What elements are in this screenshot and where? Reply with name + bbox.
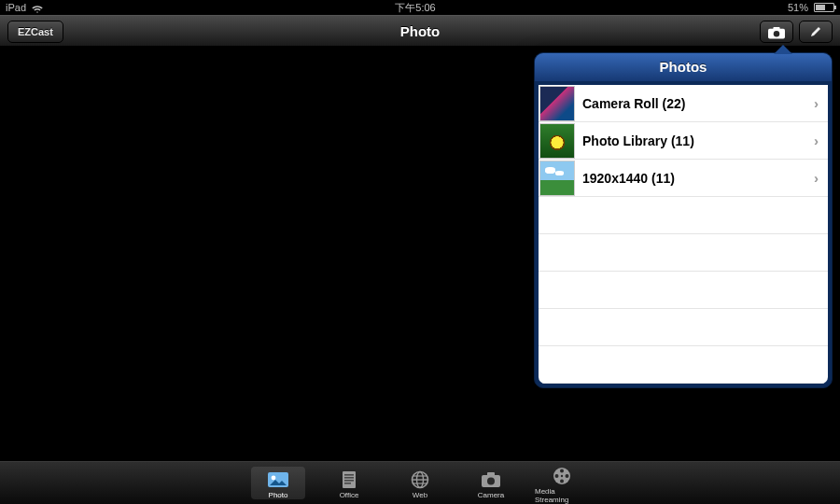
tab-label: Camera: [478, 491, 504, 499]
list-item: [539, 346, 828, 384]
page-title: Photo: [400, 23, 441, 39]
battery-icon: [814, 3, 834, 12]
chevron-right-icon: ›: [814, 95, 819, 111]
album-row-photo-library[interactable]: Photo Library (11) ›: [539, 122, 828, 160]
tab-photo[interactable]: Photo: [251, 467, 305, 499]
camera-button[interactable]: [760, 21, 793, 43]
svg-point-22: [566, 474, 569, 478]
list-item: [539, 272, 828, 309]
svg-point-20: [560, 479, 564, 483]
svg-point-17: [487, 478, 495, 485]
tab-media-streaming[interactable]: Media Streaming: [535, 463, 589, 504]
photos-popover: Photos Camera Roll (22) › Photo Library …: [534, 52, 833, 388]
tab-bar: Photo Office Web Camera Media Streaming: [0, 461, 840, 504]
svg-rect-1: [773, 27, 779, 31]
edit-button[interactable]: [799, 21, 833, 43]
svg-rect-9: [344, 483, 351, 484]
tab-label: Media Streaming: [535, 487, 589, 504]
document-icon: [338, 469, 360, 490]
album-thumb-icon: [539, 161, 575, 196]
wifi-icon: [32, 3, 43, 12]
camera-icon: [768, 26, 785, 38]
photo-icon: [267, 469, 289, 490]
album-thumb-icon: [539, 86, 575, 121]
svg-rect-6: [344, 474, 354, 476]
clock: 下午5:06: [395, 0, 435, 15]
tab-label: Office: [340, 491, 359, 499]
camera-icon: [480, 469, 502, 490]
battery-percent: 51%: [788, 0, 808, 15]
album-label: Photo Library (11): [582, 133, 806, 148]
globe-icon: [409, 469, 431, 490]
tab-label: Photo: [269, 491, 288, 499]
svg-point-23: [561, 474, 563, 476]
album-thumb-icon: [539, 123, 575, 159]
popover-title: Photos: [535, 53, 832, 81]
chevron-right-icon: ›: [814, 170, 819, 186]
album-row-camera-roll[interactable]: Camera Roll (22) ›: [539, 85, 828, 122]
svg-rect-7: [344, 477, 354, 479]
chevron-right-icon: ›: [814, 133, 819, 148]
svg-point-19: [560, 469, 564, 472]
pencil-icon: [809, 25, 822, 38]
album-label: 1920x1440 (11): [582, 171, 806, 186]
back-button[interactable]: EZCast: [7, 21, 63, 43]
tab-camera[interactable]: Camera: [464, 467, 518, 499]
album-row-1920x1440[interactable]: 1920x1440 (11) ›: [539, 160, 828, 197]
list-item: [539, 234, 828, 272]
tab-office[interactable]: Office: [322, 467, 376, 499]
svg-rect-16: [487, 472, 495, 477]
tab-web[interactable]: Web: [393, 467, 447, 499]
svg-point-4: [272, 476, 276, 481]
nav-bar: EZCast Photo: [0, 15, 840, 47]
list-item: [539, 309, 828, 346]
svg-point-21: [555, 474, 559, 478]
list-item: [539, 197, 828, 234]
svg-rect-8: [344, 480, 354, 482]
device-label: iPad: [6, 0, 26, 15]
status-bar: iPad 下午5:06 51%: [0, 0, 840, 15]
reel-icon: [551, 466, 573, 486]
tab-label: Web: [413, 491, 427, 499]
svg-point-2: [774, 31, 779, 36]
album-label: Camera Roll (22): [582, 96, 806, 111]
album-list[interactable]: Camera Roll (22) › Photo Library (11) › …: [539, 85, 828, 384]
